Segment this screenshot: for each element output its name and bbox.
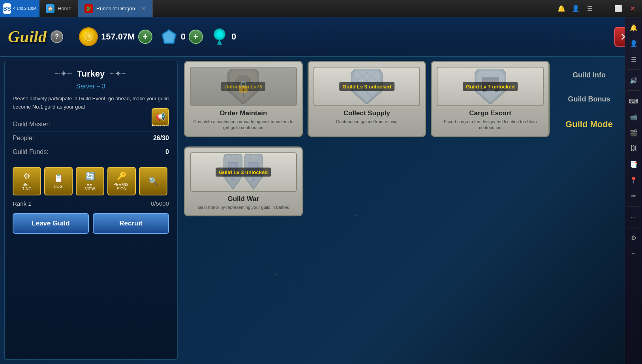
bottom-buttons: Leave Guild Recruit (13, 213, 169, 234)
guild-master-label: Guild Master: (13, 121, 50, 128)
guild-deco-right: ~✦~ (109, 69, 127, 79)
bottom-row: Guild Lv 3 unlocked Guild War Gain honor… (184, 146, 550, 216)
tool-back[interactable]: ← (627, 246, 641, 261)
pin-icon (211, 28, 228, 45)
people-value: 26/30 (153, 135, 169, 142)
mode-card-cargo-escort[interactable]: Guild Lv 7 unlocked Cargo Escort Escort … (431, 61, 550, 137)
log-btn[interactable]: 📋 LOG (44, 167, 73, 195)
tool-location[interactable]: 📍 (627, 173, 641, 187)
help-button[interactable]: ? (51, 30, 63, 43)
right-nav: Guild Info Guild Bonus Guild Mode (554, 57, 625, 364)
gem-group: 0 + (160, 28, 203, 45)
svg-point-3 (216, 31, 223, 38)
setting-btn[interactable]: ⚙ SET-TING (13, 167, 41, 195)
collect-supply-art: Guild Lv 3 unlocked (313, 67, 420, 106)
rank-progress: 0/5000 (151, 200, 169, 207)
tool-notification[interactable]: 🔔 (627, 21, 641, 35)
game-container: Guild ? 🪙 157.07M + 0 + (0, 17, 642, 364)
server-name: Server – 3 (13, 83, 169, 90)
tool-gallery[interactable]: 🖼 (627, 141, 641, 156)
recruit-btn[interactable]: Recruit (93, 213, 169, 234)
guild-master-row: Guild Master: Darek (13, 118, 169, 131)
tab-game[interactable]: 🐉 Runes of Dragon ✕ (78, 0, 153, 17)
order-maintain-desc: Complete a continuous crusade against mo… (190, 119, 297, 131)
tab-close-icon[interactable]: ✕ (141, 6, 146, 12)
pin-group: 0 (211, 28, 236, 45)
guild-header: ~✦~ Turkey ~✦~ (13, 69, 169, 79)
tool-keyboard[interactable]: ⌨ (627, 94, 641, 108)
review-btn[interactable]: 🔄 RE-VIEW (76, 167, 104, 195)
home-icon: 🏠 (46, 4, 54, 13)
game-icon: 🐉 (84, 4, 93, 13)
tool-edit[interactable]: ✏ (627, 189, 641, 203)
gold-group: 🪙 157.07M + (79, 27, 152, 46)
nav-guild-info[interactable]: Guild Info (558, 65, 621, 86)
setting-label: SET-TING (22, 182, 32, 191)
tab-home-label: Home (58, 6, 71, 11)
gold-icon: 🪙 (79, 27, 98, 46)
sidebar-divider-2 (627, 90, 640, 91)
guild-funds-row: Guild Funds: 0 (13, 145, 169, 159)
collect-supply-desc: Contribution gained from mining (336, 119, 398, 125)
mode-grid: Unlock on Lv75 🔒 Order Maintain Complete… (184, 61, 550, 142)
tool-more[interactable]: ⋯ (627, 210, 641, 224)
guild-description: Please actively participate in Guild Eve… (13, 95, 169, 111)
menu-btn[interactable]: ☰ (584, 2, 596, 15)
announcement-btn[interactable]: 📢 (152, 108, 169, 126)
sidebar-divider-3 (627, 206, 640, 206)
mode-card-collect-supply[interactable]: Guild Lv 3 unlocked Collect Supply Contr… (308, 61, 426, 137)
add-gold-btn[interactable]: + (138, 30, 152, 44)
tool-volume[interactable]: 🔊 (627, 73, 641, 87)
log-label: LOG (54, 184, 62, 189)
log-icon: 📋 (54, 173, 64, 183)
close-window-btn[interactable]: ✕ (626, 2, 639, 15)
tab-home[interactable]: 🏠 Home (39, 0, 78, 17)
account-btn[interactable]: 👤 (569, 2, 582, 15)
guild-war-unlock: Guild Lv 3 unlocked (216, 167, 271, 176)
nav-guild-mode[interactable]: Guild Mode (558, 113, 621, 136)
tool-scripts[interactable]: 📑 (627, 157, 641, 171)
permission-label: PERMIS-SION (113, 182, 130, 191)
currency-container: 🪙 157.07M + 0 + (79, 27, 236, 46)
order-maintain-title: Order Maintain (220, 109, 267, 117)
bluestacks-logo: BS 4.140.2.1004 (0, 0, 39, 17)
guild-war-desc: Gain honor by representing your guild in… (198, 205, 289, 210)
guild-funds-value: 0 (165, 148, 169, 156)
add-gem-btn[interactable]: + (189, 30, 203, 44)
mode-card-guild-war[interactable]: Guild Lv 3 unlocked Guild War Gain honor… (184, 146, 303, 216)
order-maintain-art: Unlock on Lv75 🔒 (190, 67, 297, 106)
tool-menu[interactable]: ☰ (627, 52, 641, 66)
search-guild-icon: 🔍 (148, 176, 158, 186)
main-content: ~✦~ Turkey ~✦~ Server – 3 Please activel… (0, 57, 625, 364)
gold-value: 157.07M (101, 32, 135, 42)
review-icon: 🔄 (85, 171, 95, 181)
nav-guild-bonus[interactable]: Guild Bonus (558, 89, 621, 110)
cargo-escort-unlock: Guild Lv 7 unlocked (463, 82, 518, 91)
tool-account[interactable]: 👤 (627, 36, 641, 51)
permission-btn[interactable]: 🔑 PERMIS-SION (107, 167, 136, 195)
lock-icon: 🔒 (237, 80, 250, 93)
topbar: Guild ? 🪙 157.07M + 0 + (0, 17, 642, 57)
titlebar: BS 4.140.2.1004 🏠 Home 🐉 Runes of Dragon… (0, 0, 642, 17)
announcement-icon: 📢 (156, 112, 165, 122)
maximize-btn[interactable]: ⬜ (612, 2, 625, 15)
gem-icon (160, 28, 178, 45)
tool-video[interactable]: 🎬 (627, 126, 641, 140)
notification-btn[interactable]: 🔔 (555, 2, 568, 15)
rank-label: Rank 1 (13, 200, 32, 207)
tool-settings[interactable]: ⚙ (627, 231, 641, 245)
cargo-escort-title: Cargo Escort (469, 109, 511, 117)
guild-funds-label: Guild Funds: (13, 148, 49, 156)
search-guild-btn[interactable]: 🔍 (139, 167, 167, 195)
collect-supply-title: Collect Supply (344, 109, 390, 117)
minimize-btn[interactable]: — (598, 2, 610, 15)
mode-card-order-maintain[interactable]: Unlock on Lv75 🔒 Order Maintain Complete… (184, 61, 303, 137)
tab-game-label: Runes of Dragon (96, 6, 135, 11)
tool-camera[interactable]: 📹 (627, 110, 641, 124)
order-maintain-lock: 🔒 (191, 68, 296, 105)
center-panel: Unlock on Lv75 🔒 Order Maintain Complete… (178, 57, 554, 364)
guild-title: Guild (8, 27, 47, 46)
people-row: People: 26/30 (13, 131, 169, 145)
leave-guild-btn[interactable]: Leave Guild (13, 213, 89, 234)
window-controls: 🔔 👤 ☰ — ⬜ ✕ (555, 2, 642, 15)
